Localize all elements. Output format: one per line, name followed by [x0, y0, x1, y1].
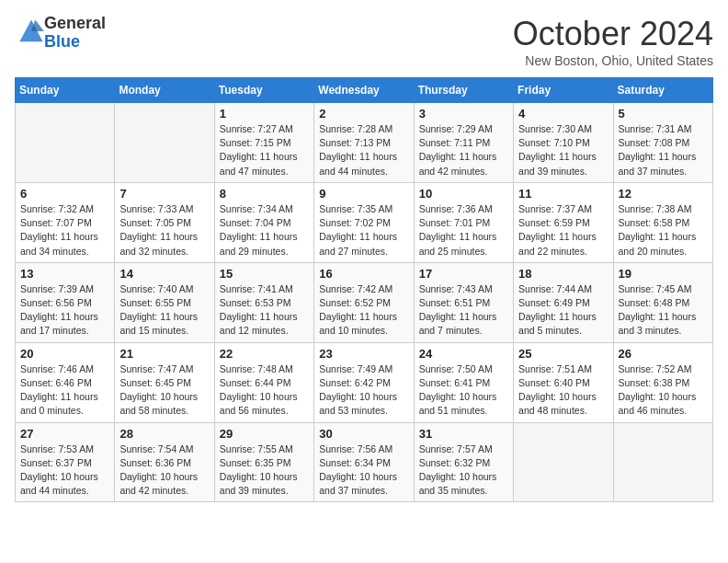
day-number: 19	[619, 267, 708, 281]
calendar-day-cell: 18Sunrise: 7:44 AM Sunset: 6:49 PM Dayli…	[514, 262, 613, 342]
calendar-day-cell: 30Sunrise: 7:56 AM Sunset: 6:34 PM Dayli…	[314, 422, 414, 502]
day-info: Sunrise: 7:36 AM Sunset: 7:01 PM Dayligh…	[419, 202, 508, 259]
calendar-day-cell: 21Sunrise: 7:47 AM Sunset: 6:45 PM Dayli…	[115, 342, 214, 422]
calendar-week-row: 6Sunrise: 7:32 AM Sunset: 7:07 PM Daylig…	[16, 182, 713, 262]
calendar-day-cell: 16Sunrise: 7:42 AM Sunset: 6:52 PM Dayli…	[314, 262, 414, 342]
calendar-day-cell: 4Sunrise: 7:30 AM Sunset: 7:10 PM Daylig…	[514, 103, 613, 183]
day-number: 13	[20, 267, 109, 281]
month-title: October 2024	[513, 15, 713, 53]
calendar-day-cell: 1Sunrise: 7:27 AM Sunset: 7:15 PM Daylig…	[214, 103, 313, 183]
calendar-day-cell: 27Sunrise: 7:53 AM Sunset: 6:37 PM Dayli…	[16, 422, 115, 502]
weekday-header: Sunday	[16, 78, 115, 103]
logo-general: General	[44, 15, 106, 33]
day-info: Sunrise: 7:40 AM Sunset: 6:55 PM Dayligh…	[119, 282, 209, 339]
calendar-day-cell: 11Sunrise: 7:37 AM Sunset: 6:59 PM Dayli…	[514, 182, 613, 262]
day-info: Sunrise: 7:50 AM Sunset: 6:41 PM Dayligh…	[419, 362, 508, 419]
day-number: 17	[419, 267, 508, 281]
day-number: 29	[220, 427, 309, 441]
day-info: Sunrise: 7:30 AM Sunset: 7:10 PM Dayligh…	[518, 122, 608, 178]
day-info: Sunrise: 7:44 AM Sunset: 6:49 PM Dayligh…	[518, 282, 608, 339]
day-info: Sunrise: 7:29 AM Sunset: 7:11 PM Dayligh…	[419, 122, 508, 178]
day-number: 24	[419, 347, 508, 361]
day-number: 7	[119, 187, 209, 201]
day-number: 10	[419, 187, 508, 201]
weekday-header: Friday	[514, 78, 613, 103]
day-info: Sunrise: 7:54 AM Sunset: 6:36 PM Dayligh…	[119, 442, 209, 499]
calendar-day-cell: 17Sunrise: 7:43 AM Sunset: 6:51 PM Dayli…	[414, 262, 513, 342]
day-info: Sunrise: 7:43 AM Sunset: 6:51 PM Dayligh…	[419, 282, 508, 339]
day-number: 2	[319, 107, 408, 121]
day-number: 14	[119, 267, 209, 281]
logo-blue: Blue	[44, 33, 106, 52]
day-number: 28	[119, 427, 209, 441]
calendar-day-cell: 15Sunrise: 7:41 AM Sunset: 6:53 PM Dayli…	[214, 262, 313, 342]
day-info: Sunrise: 7:47 AM Sunset: 6:45 PM Dayligh…	[119, 362, 209, 419]
day-info: Sunrise: 7:33 AM Sunset: 7:05 PM Dayligh…	[119, 202, 209, 259]
day-number: 26	[619, 347, 708, 361]
day-number: 9	[319, 187, 408, 201]
day-info: Sunrise: 7:31 AM Sunset: 7:08 PM Dayligh…	[619, 122, 708, 178]
calendar-day-cell: 5Sunrise: 7:31 AM Sunset: 7:08 PM Daylig…	[613, 103, 712, 183]
calendar-header-row: SundayMondayTuesdayWednesdayThursdayFrid…	[16, 78, 713, 103]
calendar-day-cell: 13Sunrise: 7:39 AM Sunset: 6:56 PM Dayli…	[16, 262, 115, 342]
calendar-week-row: 1Sunrise: 7:27 AM Sunset: 7:15 PM Daylig…	[16, 103, 713, 183]
day-number: 16	[319, 267, 408, 281]
day-number: 21	[119, 347, 209, 361]
day-number: 25	[518, 347, 608, 361]
weekday-header: Saturday	[613, 78, 712, 103]
calendar-day-cell	[613, 422, 712, 502]
title-area: October 2024 New Boston, Ohio, United St…	[513, 15, 713, 68]
day-info: Sunrise: 7:57 AM Sunset: 6:32 PM Dayligh…	[419, 442, 508, 499]
day-number: 18	[518, 267, 608, 281]
day-number: 20	[20, 347, 109, 361]
day-info: Sunrise: 7:39 AM Sunset: 6:56 PM Dayligh…	[20, 282, 109, 339]
calendar-day-cell	[115, 103, 214, 183]
weekday-header: Wednesday	[314, 78, 414, 103]
calendar-day-cell: 12Sunrise: 7:38 AM Sunset: 6:58 PM Dayli…	[613, 182, 712, 262]
day-number: 27	[20, 427, 109, 441]
calendar-day-cell: 26Sunrise: 7:52 AM Sunset: 6:38 PM Dayli…	[613, 342, 712, 422]
day-number: 8	[220, 187, 309, 201]
calendar-day-cell: 14Sunrise: 7:40 AM Sunset: 6:55 PM Dayli…	[115, 262, 214, 342]
day-info: Sunrise: 7:35 AM Sunset: 7:02 PM Dayligh…	[319, 202, 408, 259]
calendar-day-cell: 24Sunrise: 7:50 AM Sunset: 6:41 PM Dayli…	[414, 342, 513, 422]
calendar-day-cell: 31Sunrise: 7:57 AM Sunset: 6:32 PM Dayli…	[414, 422, 513, 502]
day-info: Sunrise: 7:55 AM Sunset: 6:35 PM Dayligh…	[220, 442, 309, 499]
calendar-day-cell: 2Sunrise: 7:28 AM Sunset: 7:13 PM Daylig…	[314, 103, 414, 183]
weekday-header: Monday	[115, 78, 214, 103]
calendar-day-cell: 22Sunrise: 7:48 AM Sunset: 6:44 PM Dayli…	[214, 342, 313, 422]
calendar-day-cell: 6Sunrise: 7:32 AM Sunset: 7:07 PM Daylig…	[16, 182, 115, 262]
logo-text: General Blue	[44, 15, 106, 52]
calendar-day-cell	[16, 103, 115, 183]
calendar-day-cell: 25Sunrise: 7:51 AM Sunset: 6:40 PM Dayli…	[514, 342, 613, 422]
day-info: Sunrise: 7:51 AM Sunset: 6:40 PM Dayligh…	[518, 362, 608, 419]
calendar-day-cell: 8Sunrise: 7:34 AM Sunset: 7:04 PM Daylig…	[214, 182, 313, 262]
day-info: Sunrise: 7:28 AM Sunset: 7:13 PM Dayligh…	[319, 122, 408, 178]
day-number: 3	[419, 107, 508, 121]
day-info: Sunrise: 7:41 AM Sunset: 6:53 PM Dayligh…	[220, 282, 309, 339]
day-info: Sunrise: 7:37 AM Sunset: 6:59 PM Dayligh…	[518, 202, 608, 259]
calendar-day-cell: 9Sunrise: 7:35 AM Sunset: 7:02 PM Daylig…	[314, 182, 414, 262]
day-info: Sunrise: 7:49 AM Sunset: 6:42 PM Dayligh…	[319, 362, 408, 419]
day-info: Sunrise: 7:42 AM Sunset: 6:52 PM Dayligh…	[319, 282, 408, 339]
day-number: 31	[419, 427, 508, 441]
calendar-day-cell: 28Sunrise: 7:54 AM Sunset: 6:36 PM Dayli…	[115, 422, 214, 502]
day-info: Sunrise: 7:48 AM Sunset: 6:44 PM Dayligh…	[220, 362, 309, 419]
day-number: 4	[518, 107, 608, 121]
day-number: 11	[518, 187, 608, 201]
day-info: Sunrise: 7:32 AM Sunset: 7:07 PM Dayligh…	[20, 202, 109, 259]
day-info: Sunrise: 7:34 AM Sunset: 7:04 PM Dayligh…	[220, 202, 309, 259]
page-header: General Blue October 2024 New Boston, Oh…	[15, 15, 713, 68]
calendar-week-row: 13Sunrise: 7:39 AM Sunset: 6:56 PM Dayli…	[16, 262, 713, 342]
day-info: Sunrise: 7:52 AM Sunset: 6:38 PM Dayligh…	[619, 362, 708, 419]
weekday-header: Tuesday	[214, 78, 313, 103]
calendar-day-cell: 23Sunrise: 7:49 AM Sunset: 6:42 PM Dayli…	[314, 342, 414, 422]
day-number: 23	[319, 347, 408, 361]
location: New Boston, Ohio, United States	[513, 53, 713, 68]
calendar-day-cell: 3Sunrise: 7:29 AM Sunset: 7:11 PM Daylig…	[414, 103, 513, 183]
day-info: Sunrise: 7:38 AM Sunset: 6:58 PM Dayligh…	[619, 202, 708, 259]
calendar-week-row: 20Sunrise: 7:46 AM Sunset: 6:46 PM Dayli…	[16, 342, 713, 422]
logo: General Blue	[15, 15, 106, 52]
day-number: 1	[220, 107, 309, 121]
day-info: Sunrise: 7:56 AM Sunset: 6:34 PM Dayligh…	[319, 442, 408, 499]
